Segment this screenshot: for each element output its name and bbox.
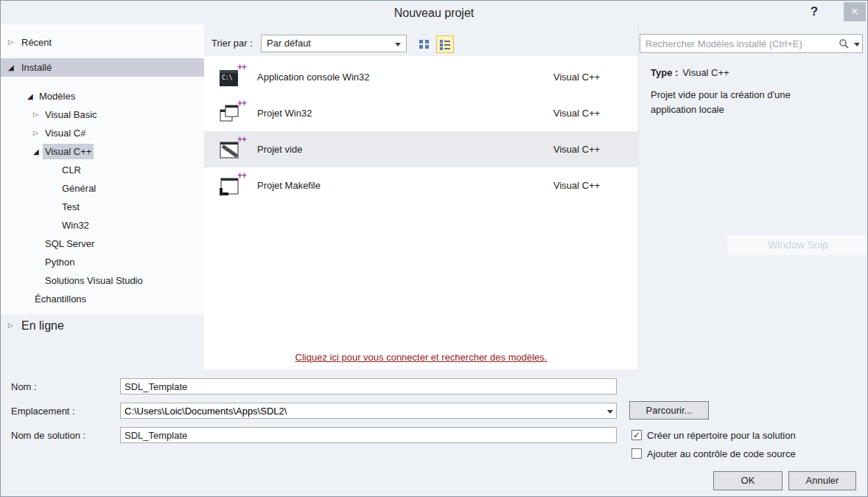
chevron-expanded-icon: ◢ [8,58,18,77]
sidebar-item-label: Test [62,201,80,212]
search-box [640,34,863,53]
template-row-projet-win32[interactable]: ++ Projet Win32 Visual C++ [204,95,638,131]
sidebar-item-label: Visual C++ [45,146,91,157]
template-type-line: Type :Visual C++ [651,67,729,78]
list-view-button[interactable] [436,35,454,53]
sort-by-value: Par défaut [267,38,311,49]
location-input[interactable] [121,403,603,418]
browse-button[interactable]: Parcourir... [629,401,709,420]
template-language: Visual C++ [553,180,605,191]
sidebar-item-visual-csharp[interactable]: ▷ Visual C# [1,124,204,142]
search-icon[interactable] [839,38,849,49]
empty-project-icon: ++ [219,138,244,161]
sidebar-item-label: SQL Server [45,238,94,249]
sidebar-item-label: Python [45,257,74,268]
category-tree: ▷ Récent ◢ Installé ◢ Modèles ▷ Visual B… [1,24,204,314]
chevron-right-icon: ▷ [33,105,43,124]
location-dropdown-button[interactable] [603,403,616,418]
template-panel: Trier par : Par défaut C:\ ++ [204,24,638,369]
window-snip-ghost: Window Snip [727,235,868,255]
ok-button[interactable]: OK [713,471,783,490]
small-icons-view-icon [419,38,430,50]
source-control-checkbox[interactable] [631,448,642,459]
create-directory-checkbox[interactable]: ✓ [631,430,642,440]
close-icon: × [851,5,858,18]
chevron-right-icon: ▷ [8,316,18,335]
sidebar-item-label: Récent [21,37,52,48]
cancel-button[interactable]: Annuler [788,471,856,490]
search-input[interactable] [640,38,839,49]
template-row-projet-vide[interactable]: ++ Projet vide Visual C++ [204,131,638,167]
sidebar-item-label: En ligne [21,319,64,332]
chevron-down-icon [395,43,401,46]
cpp-badge-icon: ++ [237,62,246,72]
sidebar-item-python[interactable]: Python [1,253,204,271]
sidebar-item-label: Général [62,183,96,194]
dialog-title: Nouveau projet [1,7,867,20]
makefile-project-icon: ++ [219,174,244,198]
sidebar-item-en-ligne[interactable]: ▷ En ligne [1,316,204,335]
sidebar-item-sql-server[interactable]: SQL Server [1,234,204,253]
source-control-checkbox-row: Ajouter au contrôle de code source [631,448,796,459]
template-row-console-win32[interactable]: C:\ ++ Application console Win32 Visual … [204,59,638,95]
template-description: Projet vide pour la création d'une appli… [651,88,822,117]
sidebar-item-recent[interactable]: ▷ Récent [1,33,204,52]
chevron-right-icon: ▷ [33,124,43,142]
sidebar-item-label: Visual C# [45,128,85,139]
source-control-label: Ajouter au contrôle de code source [647,448,796,459]
sidebar-item-modeles[interactable]: ◢ Modèles [1,87,204,105]
chevron-expanded-icon: ◢ [27,87,38,105]
new-project-dialog: Nouveau projet ? × ▷ Récent ◢ Installé ◢… [0,0,868,497]
connect-link-row: Cliquez ici pour vous connecter et reche… [204,352,638,363]
template-row-projet-makefile[interactable]: ++ Projet Makefile Visual C++ [204,167,638,204]
sidebar-item-echantillons[interactable]: Échantillons [1,290,204,308]
sidebar-item-clr[interactable]: CLR [1,161,204,179]
chevron-down-icon [854,43,860,46]
sidebar-item-label: Win32 [62,220,89,231]
template-language: Visual C++ [553,72,605,83]
cpp-badge-icon: ++ [237,170,246,181]
cpp-badge-icon: ++ [237,98,246,108]
sidebar-item-label: Échantillons [35,293,86,305]
console-app-icon: C:\ ++ [219,66,244,89]
chevron-expanded-icon: ◢ [33,142,43,161]
sidebar-item-win32[interactable]: Win32 [1,216,204,234]
name-label: Nom : [11,381,37,392]
project-name-input[interactable] [120,378,617,395]
template-name: Application console Win32 [257,72,553,83]
template-name: Projet Win32 [257,108,553,119]
close-button[interactable]: × [844,2,866,21]
solution-name-input[interactable] [120,427,617,443]
location-combobox [120,403,617,419]
sidebar-item-installe[interactable]: ◢ Installé [1,58,204,77]
create-directory-label: Créer un répertoire pour la solution [647,430,796,441]
template-name: Projet vide [257,144,553,155]
sidebar-item-visual-basic[interactable]: ▷ Visual Basic [1,105,204,124]
help-icon[interactable]: ? [807,4,822,19]
solution-name-label: Nom de solution : [11,430,85,441]
search-dropdown-button[interactable] [852,35,862,52]
sidebar-item-solutions-visual-studio[interactable]: Solutions Visual Studio [1,271,204,290]
template-name: Projet Makefile [257,180,553,191]
details-panel: Type :Visual C++ Projet vide pour la cré… [638,24,868,369]
sort-by-label: Trier par : [211,38,253,49]
cpp-badge-icon: ++ [237,134,246,145]
list-view-icon [439,38,451,50]
sort-by-dropdown[interactable]: Par défaut [261,35,407,52]
create-directory-checkbox-row: ✓ Créer un répertoire pour la solution [631,429,796,441]
type-value: Visual C++ [682,67,729,78]
sidebar-item-label: Installé [21,62,52,73]
svg-text:C:\: C:\ [222,74,233,81]
sidebar-item-test[interactable]: Test [1,198,204,216]
checkmark-icon: ✓ [633,431,640,439]
location-label: Emplacement : [11,406,75,417]
small-icons-view-button[interactable] [416,35,433,53]
sidebar-item-visual-cpp[interactable]: ◢ Visual C++ [1,142,204,161]
template-language: Visual C++ [553,108,605,119]
sidebar-item-label: Visual Basic [45,109,97,120]
connect-online-link[interactable]: Cliquez ici pour vous connecter et reche… [295,352,547,363]
sidebar-item-label: Solutions Visual Studio [45,275,143,286]
chevron-right-icon: ▷ [8,33,18,52]
sidebar-item-general[interactable]: Général [1,179,204,198]
type-label: Type : [651,67,678,78]
